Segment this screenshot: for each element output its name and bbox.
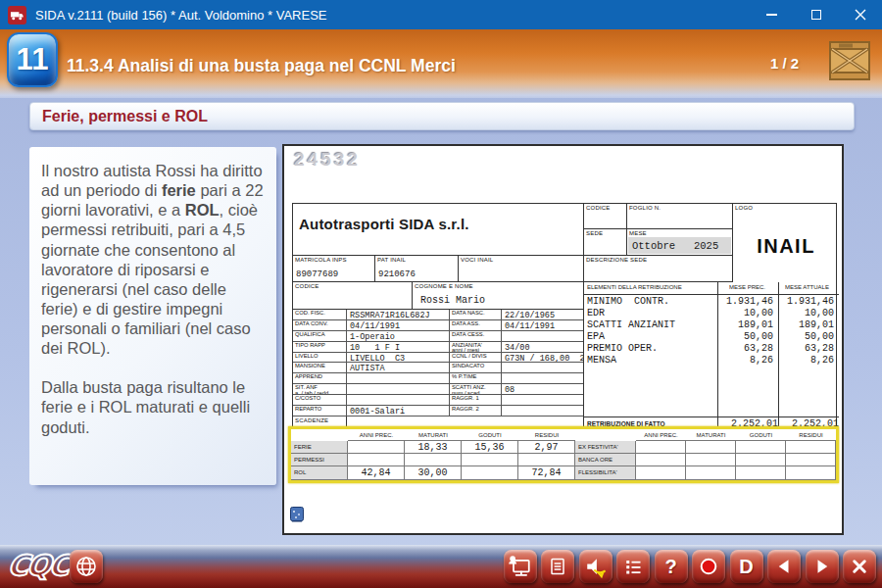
maximize-button[interactable] (794, 0, 838, 29)
stamp-icon (290, 507, 304, 526)
minimize-button[interactable] (750, 0, 794, 29)
app-window: SIDA v.2111 (build 156) * Aut. Voldomino… (0, 0, 882, 588)
index-list-button[interactable] (616, 550, 650, 583)
maximize-icon (811, 10, 821, 20)
record-button[interactable] (692, 550, 725, 583)
help-icon: ? (664, 556, 676, 578)
employee-name-cell: COGNOME E NOMERossi Mario (413, 282, 583, 310)
chapter-badge: 11 (7, 32, 58, 87)
pay-month: Ottobre 2025 (628, 237, 731, 254)
matricola-cell: MATRICOLA INPS89077689 (293, 256, 375, 282)
lesson-text-panel: Il nostro autista Rossi ha diritto ad un… (29, 147, 276, 485)
audio-button[interactable] (579, 550, 612, 583)
globe-button[interactable] (70, 550, 103, 583)
lesson-paragraph-1: Il nostro autista Rossi ha diritto ad un… (41, 161, 266, 358)
inail-logo-cell: LOGO INAIL (733, 204, 839, 282)
close-window-button[interactable] (838, 0, 882, 29)
pat-inail-cell: PAT INAIL9210676 (375, 256, 459, 282)
company-name: Autotrasporti SIDA s.r.l. (293, 204, 583, 232)
inail-logo: INAIL (733, 235, 839, 258)
window-titlebar: SIDA v.2111 (build 156) * Aut. Voldomino… (0, 0, 882, 29)
voci-inail-cell: VOCI INAIL (459, 256, 583, 282)
dictionary-button[interactable]: D (730, 550, 763, 583)
audio-icon (582, 553, 610, 580)
wooden-crate-icon (827, 37, 872, 86)
monitor-person-icon (507, 553, 534, 580)
screen-share-button[interactable] (504, 550, 537, 583)
truck-icon (8, 6, 26, 24)
section-title-bar: Ferie, permessi e ROL (29, 102, 855, 130)
index-list-icon (621, 555, 645, 578)
next-button[interactable] (806, 550, 839, 583)
lesson-paragraph-2: Dalla busta paga risultano le ferie e i … (41, 377, 266, 436)
page-indicator: 1 / 2 (770, 55, 799, 72)
retribution-area: CODICE FOGLIO N. LOGO INAIL SEDE MESE Ot… (583, 204, 838, 429)
employee-data-grid: COD. FISC.RSSMRA71R16L682JDATA NASC.22/1… (293, 310, 583, 416)
previous-icon (772, 555, 796, 578)
window-title: SIDA v.2111 (build 156) * Aut. Voldomino… (35, 8, 326, 23)
exit-button[interactable] (843, 550, 876, 583)
notes-button[interactable] (541, 550, 574, 583)
previous-button[interactable] (767, 550, 801, 583)
globe-icon (74, 555, 98, 578)
payslip-serial: 24532 (294, 149, 361, 171)
navigation-toolbar: CQC (0, 545, 882, 588)
employee-code-cell: CODICE (293, 282, 413, 310)
payslip-form: Autotrasporti SIDA s.r.l. MATRICOLA INPS… (292, 203, 837, 482)
leave-table-highlight: ANNI PREC. MATURATI GODUTI RESIDUI ANNI … (288, 426, 839, 483)
dictionary-icon: D (739, 556, 753, 578)
help-button[interactable]: ? (655, 550, 688, 583)
close-icon (855, 9, 866, 21)
month-cell: MESE Ottobre 2025 (627, 229, 733, 256)
payslip-document: 24532 Autotrasporti SIDA s.r.l. MATRICOL… (282, 144, 844, 535)
close-icon (848, 555, 871, 578)
retribution-items: MINIMO CONTR.1.931,461.931,46 EDR10,0010… (584, 296, 839, 367)
minimize-icon (766, 14, 777, 16)
notes-icon (546, 555, 569, 578)
record-icon (696, 554, 721, 579)
employee-name: Rossi Mario (420, 295, 485, 306)
next-icon (810, 555, 834, 578)
company-cell: Autotrasporti SIDA s.r.l. (293, 204, 583, 256)
section-title: Ferie, permessi e ROL (42, 108, 208, 125)
lesson-title: 11.3.4 Analisi di una busta paga nel CCN… (67, 45, 456, 86)
lesson-header: 11 11.3.4 Analisi di una busta paga nel … (0, 29, 882, 98)
cqc-logo: CQC (6, 549, 70, 582)
